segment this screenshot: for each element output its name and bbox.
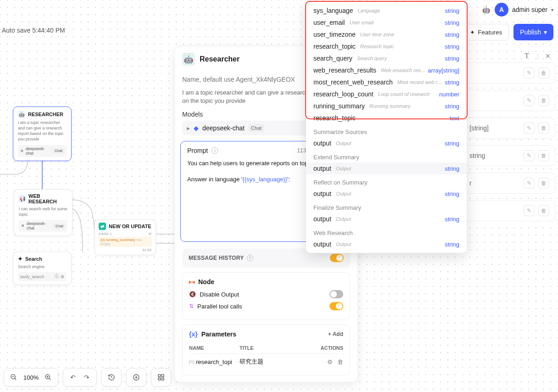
var-name: research_loop_count — [313, 90, 374, 98]
trash-icon[interactable]: 🗑 — [538, 123, 549, 134]
dropdown-section-label: Summarize Sources — [306, 124, 467, 137]
variable-option[interactable]: web_research_resultsWeb research results… — [306, 64, 467, 76]
variable-option[interactable]: most_recent_web_researchMost recent web … — [306, 76, 467, 88]
user-name[interactable]: admin super — [512, 6, 547, 13]
variable-option[interactable]: outputOutputstring — [306, 162, 467, 174]
svg-rect-14 — [162, 375, 164, 377]
var-hint: Language — [357, 8, 445, 13]
variable-option[interactable]: sys_languageLanguagestring — [306, 5, 467, 17]
features-button[interactable]: ✦ Features — [463, 24, 509, 40]
node-model: ✕deepseek-chatChat — [18, 145, 67, 157]
variable-option[interactable]: running_summaryRunning summarystring — [306, 100, 467, 112]
variable-option[interactable]: search_querySearch querystring — [306, 52, 467, 64]
param-row: [A]research_topi 研究主题 ⚙🗑 — [189, 354, 343, 370]
var-name: running_summary — [313, 102, 365, 110]
edit-icon[interactable]: ✎ — [524, 95, 535, 106]
node-researcher[interactable]: 🤖RESEARCHER I am a topic researcher and … — [13, 106, 72, 161]
var-type: string — [445, 79, 459, 86]
param-title[interactable]: 研究主题 — [240, 358, 314, 366]
parallel-tool-toggle[interactable] — [329, 302, 343, 310]
node-section-title: Node — [198, 278, 214, 286]
info-icon[interactable]: ⓘ — [55, 274, 59, 280]
undo-button[interactable]: ↶ — [67, 371, 79, 383]
edit-icon[interactable]: ✎ — [524, 150, 535, 161]
var-type: string — [445, 43, 459, 50]
var-type: string — [445, 19, 459, 26]
variable-option[interactable]: research_loop_countLoop count of researc… — [306, 88, 467, 100]
chevron-down-icon[interactable]: ▾ — [551, 7, 553, 12]
trash-icon[interactable]: 🗑 — [538, 95, 549, 106]
node-section: ▸◂Node 🔇 Disable Output ⇅ Parallel tool … — [182, 272, 350, 320]
add-parameter-button[interactable]: + Add — [328, 331, 343, 337]
var-name: search_query — [313, 55, 352, 62]
sidebar-card[interactable]: r✎🗑 — [463, 173, 555, 194]
add-node-button[interactable] — [130, 371, 142, 383]
redo-button[interactable]: ↷ — [81, 371, 93, 383]
trash-icon[interactable]: 🗑 — [538, 67, 549, 78]
card-text: string — [469, 152, 485, 159]
node-search[interactable]: ✦Search Search engine tavily_searchⓘ⚙ — [13, 252, 72, 285]
svg-rect-16 — [162, 378, 164, 380]
message-history-toggle[interactable] — [330, 254, 344, 262]
info-icon[interactable]: ? — [247, 255, 253, 261]
variable-option[interactable]: outputOutputstring — [306, 137, 467, 149]
param-name[interactable]: research_topi — [196, 358, 232, 365]
robot-icon[interactable]: 🤖 — [482, 5, 491, 14]
var-type: string — [445, 216, 459, 223]
variable-option[interactable]: research_topictext — [306, 112, 467, 124]
trash-icon[interactable]: 🗑 — [538, 205, 549, 216]
book-icon[interactable] — [523, 52, 530, 60]
sidebar-card[interactable]: ✎🗑 — [463, 200, 555, 221]
sidebar-card[interactable]: [string]✎🗑 — [463, 118, 555, 139]
node-web-research[interactable]: 📢WEB RESEARCH I can search web for some … — [14, 189, 73, 236]
chevron-down-icon: ▾ — [544, 28, 547, 36]
disable-output-toggle[interactable] — [329, 290, 343, 298]
var-type: number — [439, 91, 459, 98]
var-hint: Loop count of research — [378, 91, 439, 97]
history-button[interactable] — [106, 371, 117, 383]
layout-button[interactable] — [155, 371, 167, 383]
char-count: 113 — [297, 147, 306, 154]
publish-label: Publish — [520, 28, 541, 36]
trash-icon[interactable]: 🗑 — [538, 178, 549, 189]
edit-icon[interactable]: ✎ — [524, 67, 535, 78]
variable-option[interactable]: research_topicResearch topicstring — [306, 40, 467, 52]
variable-option[interactable]: user_emailUser emailstring — [306, 17, 467, 28]
dropdown-section-label: Reflect on Summary — [306, 174, 467, 188]
variable-option[interactable]: outputOutputstring — [306, 188, 467, 200]
agent-icon: 🤖 — [18, 111, 25, 118]
col-actions: ACTIONS — [314, 345, 343, 351]
edit-icon[interactable]: ✎ — [524, 178, 535, 189]
svg-line-7 — [49, 378, 50, 380]
zoom-in-button[interactable] — [42, 371, 54, 383]
variable-option[interactable]: user_timezoneUser time zonestring — [306, 28, 467, 40]
close-icon[interactable]: ✕ — [545, 52, 551, 60]
case-label: CASE 1 — [99, 232, 112, 236]
right-sidebar: | ✕ ✎🗑✎🗑[string]✎🗑string✎🗑r✎🗑✎🗑 — [463, 50, 555, 228]
svg-line-9 — [112, 377, 112, 378]
node-router[interactable]: ⇄NEW OR UPDATE CASE 1IF {x} running_summ… — [95, 219, 156, 255]
case-cond: IF — [149, 232, 152, 236]
svg-rect-13 — [158, 375, 161, 377]
variable-option[interactable]: outputOutputstring — [306, 213, 467, 225]
variable-option[interactable]: outputOutputstring — [306, 238, 467, 250]
sidebar-card[interactable]: string✎🗑 — [463, 145, 555, 166]
var-type: string — [445, 241, 459, 248]
zoom-out-button[interactable] — [8, 371, 20, 383]
trash-icon[interactable]: 🗑 — [337, 358, 343, 365]
var-type: string — [445, 7, 459, 14]
sidebar-card[interactable]: ✎🗑 — [463, 90, 555, 111]
avatar[interactable]: A — [495, 3, 508, 17]
edit-icon[interactable]: ✎ — [524, 123, 535, 134]
col-name: NAME — [189, 345, 240, 351]
collapse-icon: ▸ — [187, 124, 190, 132]
gear-icon[interactable]: ⚙ — [61, 274, 64, 279]
var-name: output — [313, 140, 331, 147]
info-icon[interactable]: i — [212, 147, 218, 154]
publish-button[interactable]: Publish ▾ — [513, 24, 553, 40]
gear-icon[interactable]: ⚙ — [327, 358, 333, 365]
trash-icon[interactable]: 🗑 — [538, 150, 549, 161]
sidebar-card[interactable]: ✎🗑 — [463, 62, 555, 84]
edit-icon[interactable]: ✎ — [524, 205, 535, 216]
var-name: sys_language — [313, 7, 353, 14]
